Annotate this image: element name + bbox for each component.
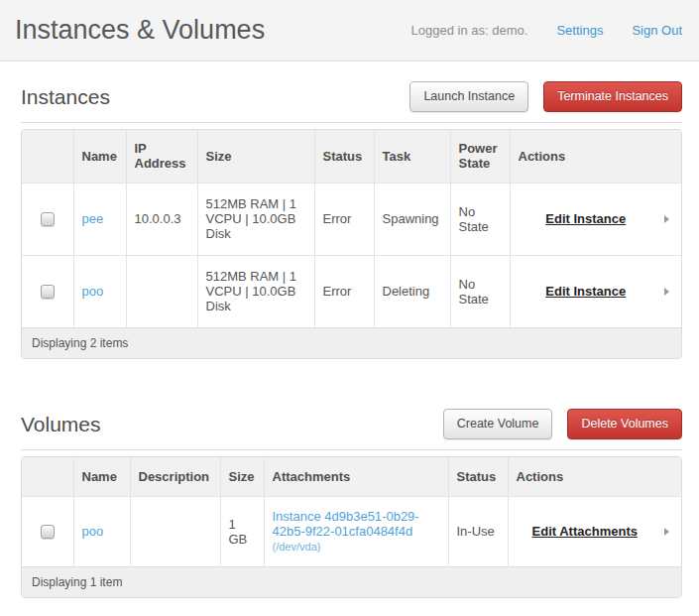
row-checkbox[interactable] xyxy=(41,525,55,539)
select-all-header xyxy=(22,457,73,496)
volumes-count: Displaying 1 item xyxy=(22,566,681,597)
launch-instance-button[interactable]: Launch Instance xyxy=(409,81,528,112)
main-content: Instances Launch Instance Terminate Inst… xyxy=(0,82,699,598)
instance-name-link[interactable]: poo xyxy=(82,284,104,299)
terminate-instances-button[interactable]: Terminate Instances xyxy=(543,81,682,112)
volumes-section: Volumes Create Volume Delete Volumes Nam… xyxy=(21,410,682,598)
instances-header-row: Name IP Address Size Status Task Power S… xyxy=(22,130,681,183)
instance-power-state: No State xyxy=(450,255,510,327)
col-task: Task xyxy=(374,130,450,183)
instances-heading: Instances xyxy=(21,85,110,109)
col-status: Status xyxy=(448,457,508,496)
volumes-header-row: Name Description Size Attachments Status… xyxy=(22,457,681,496)
volume-name-link[interactable]: poo xyxy=(82,524,104,539)
table-footer: Displaying 1 item xyxy=(22,566,681,597)
instances-section: Instances Launch Instance Terminate Inst… xyxy=(21,82,682,359)
instance-power-state: No State xyxy=(450,183,510,255)
logged-in-status: Logged in as: demo. xyxy=(411,23,528,38)
col-attachments: Attachments xyxy=(264,457,448,496)
edit-instance-button[interactable]: Edit Instance xyxy=(545,284,626,299)
topbar: Instances & Volumes Logged in as: demo. … xyxy=(0,0,699,62)
section-divider xyxy=(21,449,682,450)
delete-volumes-button[interactable]: Delete Volumes xyxy=(567,409,682,439)
table-footer: Displaying 2 items xyxy=(22,327,681,358)
row-checkbox[interactable] xyxy=(41,212,55,226)
volume-status: In-Use xyxy=(448,496,508,566)
col-actions: Actions xyxy=(508,457,681,496)
instances-actions: Launch Instance Terminate Instances xyxy=(409,81,682,112)
volumes-heading: Volumes xyxy=(21,413,101,436)
col-actions: Actions xyxy=(510,130,681,183)
page-title: Instances & Volumes xyxy=(15,15,265,46)
instance-task: Deleting xyxy=(374,255,450,327)
instance-ip xyxy=(126,255,197,327)
edit-attachments-button[interactable]: Edit Attachments xyxy=(532,524,638,539)
sign-out-link[interactable]: Sign Out xyxy=(632,23,682,38)
col-power-state: Power State xyxy=(450,130,510,183)
instance-status: Error xyxy=(314,255,374,327)
col-name: Name xyxy=(73,457,130,496)
instances-table: Name IP Address Size Status Task Power S… xyxy=(21,129,682,359)
col-status: Status xyxy=(314,130,374,183)
edit-instance-button[interactable]: Edit Instance xyxy=(545,211,626,226)
chevron-right-icon[interactable] xyxy=(664,528,669,536)
attachment-instance-link[interactable]: Instance 4d9b3e51-0b29-42b5-9f22-01cfa04… xyxy=(273,509,419,539)
instance-name-link[interactable]: pee xyxy=(82,211,104,226)
volumes-actions: Create Volume Delete Volumes xyxy=(443,409,682,439)
attachment-device: (/dev/vda) xyxy=(273,541,321,553)
volumes-table: Name Description Size Attachments Status… xyxy=(21,456,682,598)
table-row: poo 1 GB Instance 4d9b3e51-0b29-42b5-9f2… xyxy=(22,496,681,566)
instance-size: 512MB RAM | 1 VCPU | 10.0GB Disk xyxy=(197,183,314,255)
instance-task: Spawning xyxy=(374,183,450,255)
volume-description xyxy=(130,496,220,566)
section-divider xyxy=(21,122,682,123)
col-description: Description xyxy=(130,457,220,496)
volume-size: 1 GB xyxy=(220,496,264,566)
volume-attachments: Instance 4d9b3e51-0b29-42b5-9f22-01cfa04… xyxy=(264,496,448,566)
col-size: Size xyxy=(197,130,314,183)
table-row: poo 512MB RAM | 1 VCPU | 10.0GB Disk Err… xyxy=(22,255,681,327)
settings-link[interactable]: Settings xyxy=(556,23,603,38)
instance-size: 512MB RAM | 1 VCPU | 10.0GB Disk xyxy=(197,255,314,327)
col-name: Name xyxy=(73,130,126,183)
instance-status: Error xyxy=(314,183,374,255)
col-ip-address: IP Address xyxy=(126,130,197,183)
col-size: Size xyxy=(220,457,264,496)
table-row: pee 10.0.0.3 512MB RAM | 1 VCPU | 10.0GB… xyxy=(22,183,681,255)
instances-count: Displaying 2 items xyxy=(22,327,681,358)
chevron-right-icon[interactable] xyxy=(664,288,669,296)
select-all-header xyxy=(22,130,73,183)
instance-ip: 10.0.0.3 xyxy=(126,183,197,255)
row-checkbox[interactable] xyxy=(41,285,55,299)
topbar-right: Logged in as: demo. Settings Sign Out xyxy=(411,23,682,38)
create-volume-button[interactable]: Create Volume xyxy=(443,409,553,439)
chevron-right-icon[interactable] xyxy=(664,215,669,223)
